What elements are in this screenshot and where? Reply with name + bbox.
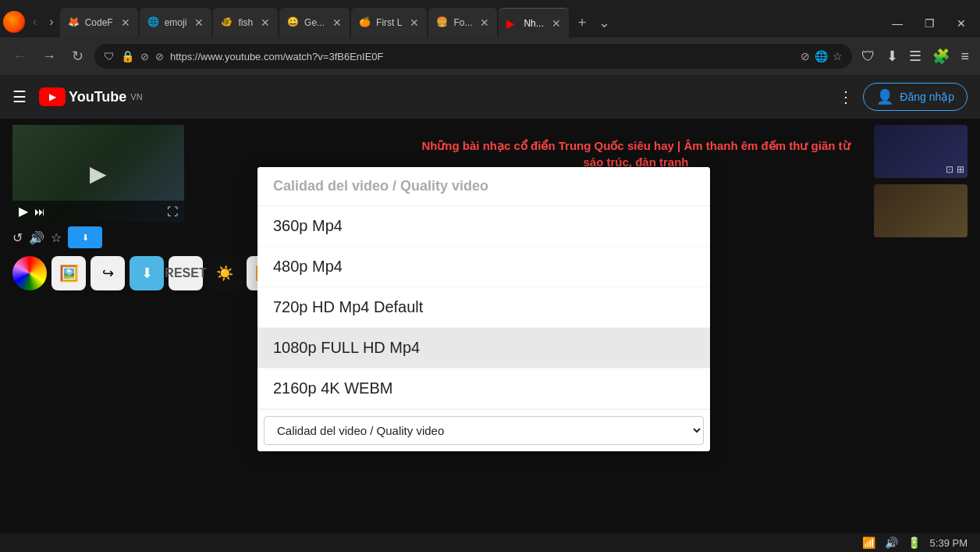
tab-close-5[interactable]: ✕ — [410, 16, 419, 29]
tab-youtube[interactable]: ▶ Nh... ✕ — [499, 8, 568, 37]
tab-back-arrow[interactable]: ‹ — [28, 12, 41, 32]
tab-favicon-6: 🍔 — [436, 16, 449, 29]
browser-toolbar: 🛡 ⬇ ☰ 🧩 ≡ — [858, 45, 972, 68]
browser-frame: ‹ › 🦊 CodeF ✕ 🌐 emoji ✕ 🐠 fish ✕ 😀 Ge...… — [0, 0, 980, 552]
main-content: ☰ YouTube VN ⋮ 👤 Đăng nhập ▶ — [0, 75, 980, 533]
tab-favicon-5: 🍊 — [359, 16, 371, 29]
tab-bar: ‹ › 🦊 CodeF ✕ 🌐 emoji ✕ 🐠 fish ✕ 😀 Ge...… — [0, 0, 980, 37]
mic-icon: ⊘ — [155, 51, 164, 62]
translate-icon[interactable]: 🌐 — [815, 50, 828, 62]
reset-button[interactable]: RESET — [169, 256, 203, 290]
image-button[interactable]: 🖼️ — [51, 256, 86, 290]
wifi-icon: 📶 — [862, 536, 875, 549]
tab-close-4[interactable]: ✕ — [332, 16, 342, 29]
yt-signin-icon: 👤 — [876, 88, 893, 105]
extension-icon[interactable]: 🧩 — [929, 45, 953, 68]
video-controls-right: ⛶ — [167, 205, 178, 218]
firefox-logo — [3, 11, 25, 33]
status-bar: 📶 🔊 🔋 5:39 PM — [0, 533, 980, 552]
tab-close-2[interactable]: ✕ — [194, 16, 204, 29]
video-player: ▶ ▶ ⏭ ⛶ — [12, 125, 184, 222]
tab-ge[interactable]: 😀 Ge... ✕ — [279, 8, 350, 37]
url-bar[interactable]: 🛡 🔒 ⊘ ⊘ https://www.youtube.com/watch?v=… — [94, 44, 852, 69]
yt-more-button[interactable]: ⋮ — [838, 87, 854, 106]
reader-icon[interactable]: ☰ — [906, 45, 925, 68]
tab-favicon-2: 🌐 — [147, 16, 160, 29]
url-actions: ⊘ 🌐 ☆ — [801, 50, 843, 62]
quality-select-dropdown[interactable]: Calidad del video / Quality video 360p M… — [264, 416, 704, 445]
dropdown-option-480p[interactable]: 480p Mp4 — [257, 247, 710, 287]
minimize-button[interactable]: — — [881, 14, 914, 33]
address-bar: ← → ↻ 🛡 🔒 ⊘ ⊘ https://www.youtube.com/wa… — [0, 37, 980, 75]
camera-icon: ⊘ — [140, 51, 149, 62]
yt-header-right: ⋮ 👤 Đăng nhập — [838, 83, 968, 111]
download-icon[interactable]: ⬇ — [883, 45, 901, 68]
star-icon[interactable]: ☆ — [51, 230, 62, 245]
tab-title-4: Ge... — [304, 17, 325, 28]
tab-close-6[interactable]: ✕ — [480, 16, 489, 29]
loop-icon[interactable]: ↺ — [12, 230, 23, 245]
play-button[interactable]: ▶ — [19, 204, 28, 219]
youtube-region: VN — [130, 92, 142, 101]
thumbnail-1: ⊡ ⊞ — [874, 125, 968, 178]
thumbnail-2 — [874, 184, 968, 237]
tab-title-6: Fo... — [453, 17, 472, 28]
dropdown-header: Calidad del video / Quality video — [257, 167, 710, 206]
dropdown-option-720p[interactable]: 720p HD Mp4 Default — [257, 287, 710, 328]
download2-button[interactable]: ⬇ — [130, 256, 164, 290]
brightness-button[interactable]: ☀️ — [208, 256, 242, 290]
battery-icon: 🔋 — [907, 536, 921, 549]
dropdown-option-1080p[interactable]: 1080p FULL HD Mp4 — [257, 328, 710, 369]
thumb-icon-1a: ⊡ — [946, 164, 953, 175]
youtube-menu-icon[interactable]: ☰ — [12, 87, 27, 106]
shield-icon: 🛡 — [104, 50, 115, 62]
tab-fo[interactable]: 🍔 Fo... ✕ — [428, 8, 497, 37]
tab-title-1: CodeF — [85, 17, 113, 28]
tab-favicon-1: 🦊 — [68, 16, 80, 29]
youtube-logo-text: YouTube — [69, 89, 126, 105]
tab-title-2: emoji — [165, 17, 187, 28]
fullscreen-icon[interactable]: ⛶ — [167, 205, 178, 218]
tab-close-7[interactable]: ✕ — [552, 17, 561, 30]
volume-icon: 🔊 — [885, 536, 898, 549]
tab-list-button[interactable]: ⌄ — [594, 12, 615, 33]
lock-icon: 🔒 — [121, 50, 134, 62]
dropdown-option-2160p[interactable]: 2160p 4K WEBM — [257, 369, 710, 409]
thumb-icon-1b: ⊞ — [957, 164, 964, 175]
quality-selector-row: Calidad del video / Quality video 360p M… — [257, 409, 710, 451]
menu-icon[interactable]: ≡ — [957, 45, 972, 68]
share-button[interactable]: ↪ — [91, 256, 125, 290]
thumb-controls-1: ⊡ ⊞ — [946, 164, 964, 175]
url-text: https://www.youtube.com/watch?v=3fB6EnIE… — [170, 51, 794, 62]
maximize-button[interactable]: ❐ — [914, 14, 946, 33]
next-button[interactable]: ⏭ — [34, 205, 45, 218]
refresh-button[interactable]: ↻ — [67, 45, 88, 68]
bookmark-star-icon[interactable]: ☆ — [833, 50, 843, 62]
tab-fish[interactable]: 🐠 fish ✕ — [213, 8, 278, 37]
dropdown-option-360p[interactable]: 360p Mp4 — [257, 206, 710, 247]
tab-first[interactable]: 🍊 First L ✕ — [351, 8, 427, 37]
tab-close-1[interactable]: ✕ — [121, 16, 130, 29]
tab-close-3[interactable]: ✕ — [261, 16, 270, 29]
status-time: 5:39 PM — [930, 537, 968, 549]
tab-favicon-4: 😀 — [287, 16, 300, 29]
tab-forward-arrow[interactable]: › — [44, 12, 58, 32]
audio-icon[interactable]: 🔊 — [29, 230, 44, 245]
video-controls-bar: ▶ ⏭ ⛶ — [12, 201, 184, 222]
yt-signin-button[interactable]: 👤 Đăng nhập — [863, 83, 968, 111]
block-icon: ⊘ — [801, 50, 810, 62]
colorwheel-button[interactable] — [12, 256, 47, 290]
pocket-icon[interactable]: 🛡 — [858, 45, 879, 68]
tab-emoji[interactable]: 🌐 emoji ✕ — [140, 8, 212, 37]
tab-codef[interactable]: 🦊 CodeF ✕ — [60, 8, 138, 37]
forward-button[interactable]: → — [37, 45, 61, 68]
youtube-logo: YouTube VN — [39, 87, 143, 106]
close-window-button[interactable]: ✕ — [946, 14, 977, 33]
tab-actions: + ⌄ — [573, 12, 616, 37]
video-play-overlay[interactable]: ▶ — [90, 161, 107, 187]
youtube-header: ☰ YouTube VN ⋮ 👤 Đăng nhập — [0, 75, 980, 119]
download-button-blue[interactable]: ⬇ — [68, 226, 102, 248]
yt-signin-label: Đăng nhập — [900, 91, 954, 103]
back-button[interactable]: ← — [8, 45, 31, 68]
new-tab-button[interactable]: + — [573, 13, 591, 33]
